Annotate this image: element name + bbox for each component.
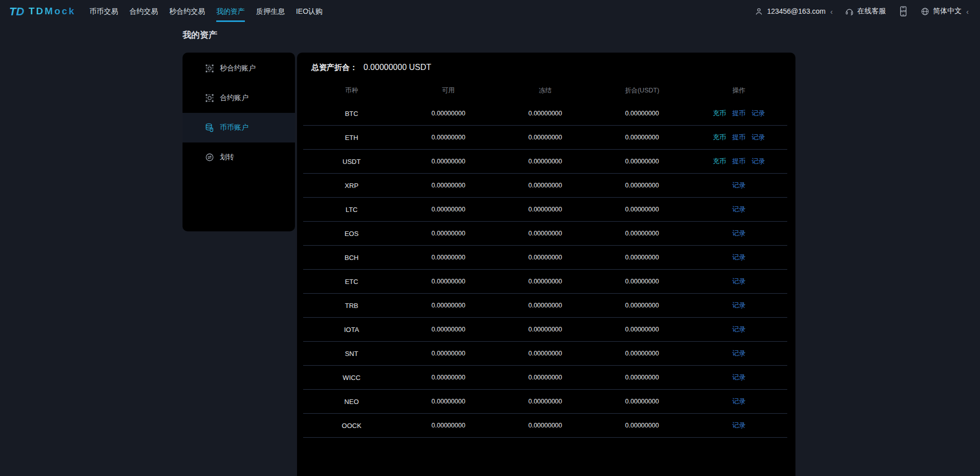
- cell-actions: 充币提币记录: [691, 133, 787, 142]
- nav-item-3-active[interactable]: 我的资产: [216, 0, 245, 22]
- table-row: ETC0.000000000.000000000.00000000记录: [303, 270, 787, 294]
- column-header: 可用: [400, 86, 496, 95]
- online-support-link[interactable]: 在线客服: [845, 7, 886, 16]
- assets-panel: 总资产折合： 0.00000000 USDT 币种可用冻结折合(USDT)操作B…: [297, 53, 795, 476]
- sidebar-item-0[interactable]: 秒合约账户: [183, 54, 295, 83]
- cell-usdt: 0.00000000: [594, 398, 690, 405]
- cell-usdt: 0.00000000: [594, 206, 690, 213]
- column-header: 折合(USDT): [594, 86, 690, 95]
- cell-actions: 记录: [691, 181, 787, 190]
- cell-available: 0.00000000: [400, 182, 496, 189]
- records-link[interactable]: 记录: [732, 373, 745, 382]
- withdraw-link[interactable]: 提币: [732, 133, 745, 142]
- logo-icon: TD: [9, 5, 25, 18]
- cell-coin: TRB: [303, 302, 400, 310]
- cell-frozen: 0.00000000: [497, 254, 594, 261]
- cell-coin: ETC: [303, 278, 400, 285]
- sidebar-item-label: 秒合约账户: [220, 64, 256, 73]
- user-icon: [755, 7, 763, 16]
- cell-usdt: 0.00000000: [594, 110, 690, 117]
- cell-available: 0.00000000: [400, 158, 496, 165]
- cell-frozen: 0.00000000: [497, 230, 594, 237]
- records-link[interactable]: 记录: [732, 229, 745, 238]
- cell-available: 0.00000000: [400, 230, 496, 237]
- capture-frame-icon: [205, 64, 214, 73]
- sidebar-item-1[interactable]: 合约账户: [183, 83, 295, 113]
- table-row: BTC0.000000000.000000000.00000000充币提币记录: [303, 102, 787, 126]
- language-selector[interactable]: 简体中文 ‹: [921, 7, 969, 16]
- user-email: 123456@163.com: [767, 7, 826, 15]
- records-link[interactable]: 记录: [732, 253, 745, 262]
- nav-item-4[interactable]: 质押生息: [256, 0, 285, 22]
- language-label: 简体中文: [933, 7, 962, 16]
- table-row: XRP0.000000000.000000000.00000000记录: [303, 174, 787, 198]
- records-link[interactable]: 记录: [751, 157, 765, 166]
- cell-frozen: 0.00000000: [497, 182, 594, 189]
- table-row: NEO0.000000000.000000000.00000000记录: [303, 390, 787, 414]
- records-link[interactable]: 记录: [732, 301, 745, 310]
- records-link[interactable]: 记录: [751, 109, 765, 118]
- account-menu[interactable]: 123456@163.com ‹: [755, 7, 833, 16]
- records-link[interactable]: 记录: [751, 133, 765, 142]
- cell-actions: 记录: [691, 205, 787, 214]
- cell-frozen: 0.00000000: [497, 422, 594, 429]
- cell-usdt: 0.00000000: [594, 422, 690, 429]
- cell-actions: 记录: [691, 397, 787, 406]
- records-link[interactable]: 记录: [732, 421, 745, 430]
- cell-coin: XRP: [303, 182, 400, 189]
- deposit-link[interactable]: 充币: [713, 157, 726, 166]
- table-row: EOS0.000000000.000000000.00000000记录: [303, 222, 787, 246]
- cell-available: 0.00000000: [400, 374, 496, 381]
- nav-item-5[interactable]: IEO认购: [296, 0, 323, 22]
- svg-text:TD: TD: [9, 5, 24, 18]
- cell-available: 0.00000000: [400, 302, 496, 309]
- cell-actions: 记录: [691, 277, 787, 286]
- cell-usdt: 0.00000000: [594, 230, 690, 237]
- cell-frozen: 0.00000000: [497, 158, 594, 165]
- records-link[interactable]: 记录: [732, 181, 745, 190]
- cell-coin: SNT: [303, 350, 400, 358]
- coins-icon: [205, 123, 214, 132]
- deposit-link[interactable]: 充币: [713, 133, 726, 142]
- cell-usdt: 0.00000000: [594, 350, 690, 357]
- chevron-icon: ‹: [830, 7, 833, 16]
- cell-actions: 充币提币记录: [691, 157, 787, 166]
- table-row: ETH0.000000000.000000000.00000000充币提币记录: [303, 126, 787, 150]
- nav-item-2[interactable]: 秒合约交易: [169, 0, 205, 22]
- cell-usdt: 0.00000000: [594, 158, 690, 165]
- nav-item-1[interactable]: 合约交易: [129, 0, 158, 22]
- records-link[interactable]: 记录: [732, 349, 745, 358]
- records-link[interactable]: 记录: [732, 277, 745, 286]
- cell-frozen: 0.00000000: [497, 110, 594, 117]
- cell-usdt: 0.00000000: [594, 374, 690, 381]
- records-link[interactable]: 记录: [732, 397, 745, 406]
- cell-coin: IOTA: [303, 326, 400, 334]
- cell-available: 0.00000000: [400, 326, 496, 333]
- cell-usdt: 0.00000000: [594, 182, 690, 189]
- cell-frozen: 0.00000000: [497, 374, 594, 381]
- withdraw-link[interactable]: 提币: [732, 109, 745, 118]
- app-download-button[interactable]: APP: [898, 6, 908, 17]
- logo-text: TDMock: [29, 6, 76, 17]
- records-link[interactable]: 记录: [732, 325, 745, 334]
- withdraw-link[interactable]: 提币: [732, 157, 745, 166]
- app-phone-icon: APP: [898, 6, 908, 17]
- records-link[interactable]: 记录: [732, 205, 745, 214]
- cell-coin: OOCK: [303, 422, 400, 430]
- table-row: LTC0.000000000.000000000.00000000记录: [303, 198, 787, 222]
- globe-icon: [921, 7, 929, 16]
- content-area: 秒合约账户合约账户币币账户划转 总资产折合： 0.00000000 USDT 币…: [183, 53, 795, 476]
- cell-frozen: 0.00000000: [497, 206, 594, 213]
- deposit-link[interactable]: 充币: [713, 109, 726, 118]
- cell-available: 0.00000000: [400, 398, 496, 405]
- cell-available: 0.00000000: [400, 350, 496, 357]
- cell-actions: 充币提币记录: [691, 109, 787, 118]
- table-row: USDT0.000000000.000000000.00000000充币提币记录: [303, 150, 787, 174]
- sidebar-item-2[interactable]: 币币账户: [183, 113, 295, 142]
- page-title: 我的资产: [183, 30, 980, 41]
- headset-icon: [845, 7, 854, 16]
- svg-text:APP: APP: [901, 10, 906, 13]
- sidebar-item-3[interactable]: 划转: [183, 142, 295, 172]
- nav-item-0[interactable]: 币币交易: [89, 0, 118, 22]
- logo[interactable]: TD TDMock: [9, 5, 76, 18]
